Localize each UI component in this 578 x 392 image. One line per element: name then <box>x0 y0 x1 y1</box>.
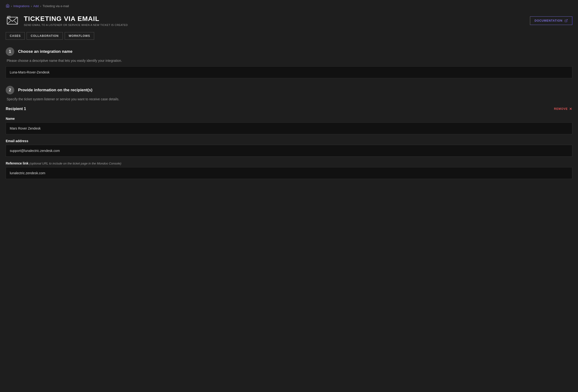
email-label: Email address <box>6 139 572 143</box>
email-field-group: Email address <box>6 139 572 157</box>
tabs-row: CASES COLLABORATION WORKFLOWS <box>0 32 578 46</box>
reference-label: Reference link (optional URL to include … <box>6 161 572 165</box>
breadcrumb: › Integrations › Add › Ticketing via e-m… <box>0 0 578 12</box>
step-1-number: 1 <box>6 47 14 56</box>
external-link-icon <box>565 19 568 22</box>
remove-icon: ✕ <box>569 107 572 111</box>
page-title-block: TICKETING VIA EMAIL SEND EMAIL TO A LIST… <box>24 15 128 26</box>
remove-label: REMOVE <box>554 107 568 110</box>
recipient-name-input[interactable] <box>6 122 572 134</box>
email-icon <box>6 14 19 27</box>
reference-link-input[interactable] <box>6 167 572 179</box>
breadcrumb-current: Ticketing via e-mail <box>43 4 69 8</box>
tab-collaboration[interactable]: COLLABORATION <box>27 32 62 40</box>
home-icon[interactable] <box>6 4 9 8</box>
svg-line-1 <box>7 21 11 24</box>
step-2-number: 2 <box>6 86 14 94</box>
main-content: 1 Choose an integration name Please choo… <box>0 46 578 189</box>
breadcrumb-add[interactable]: Add <box>33 4 39 8</box>
tab-cases[interactable]: CASES <box>6 32 25 40</box>
page-header-left: TICKETING VIA EMAIL SEND EMAIL TO A LIST… <box>6 14 128 27</box>
recipient-1-title: Recipient 1 <box>6 107 26 111</box>
svg-line-6 <box>566 19 567 21</box>
remove-recipient-button[interactable]: REMOVE ✕ <box>554 107 572 111</box>
step-2-header: 2 Provide information on the recipient(s… <box>6 86 572 94</box>
tab-workflows[interactable]: WORKFLOWS <box>65 32 94 40</box>
name-field-group: Name <box>6 117 572 134</box>
svg-line-2 <box>14 21 18 24</box>
name-label: Name <box>6 117 572 121</box>
page-header: TICKETING VIA EMAIL SEND EMAIL TO A LIST… <box>0 12 578 32</box>
documentation-label: DOCUMENTATION <box>534 19 563 22</box>
step-2-description: Specify the ticket system listener or se… <box>6 97 572 101</box>
recipient-1-section: Recipient 1 REMOVE ✕ Name Email address … <box>6 107 572 179</box>
step-1-section: 1 Choose an integration name Please choo… <box>6 47 572 78</box>
step-2-section: 2 Provide information on the recipient(s… <box>6 86 572 179</box>
page-subtitle: SEND EMAIL TO A LISTENER OR SERVICE WHEN… <box>24 24 128 26</box>
breadcrumb-separator-3: › <box>40 4 41 8</box>
breadcrumb-separator-1: › <box>11 4 12 8</box>
step-2-title: Provide information on the recipient(s) <box>18 88 93 93</box>
step-1-title: Choose an integration name <box>18 49 73 54</box>
recipient-1-header: Recipient 1 REMOVE ✕ <box>6 107 572 112</box>
documentation-button[interactable]: DOCUMENTATION <box>530 16 572 25</box>
reference-label-italic: (optional URL to include on the ticket p… <box>30 162 121 165</box>
integration-name-input[interactable] <box>6 66 572 78</box>
breadcrumb-integrations[interactable]: Integrations <box>13 4 30 8</box>
recipient-email-input[interactable] <box>6 145 572 157</box>
step-1-header: 1 Choose an integration name <box>6 47 572 56</box>
breadcrumb-separator-2: › <box>31 4 32 8</box>
reference-field-group: Reference link (optional URL to include … <box>6 161 572 179</box>
step-1-description: Please choose a descriptive name that le… <box>6 59 572 62</box>
page-title: TICKETING VIA EMAIL <box>24 15 128 23</box>
